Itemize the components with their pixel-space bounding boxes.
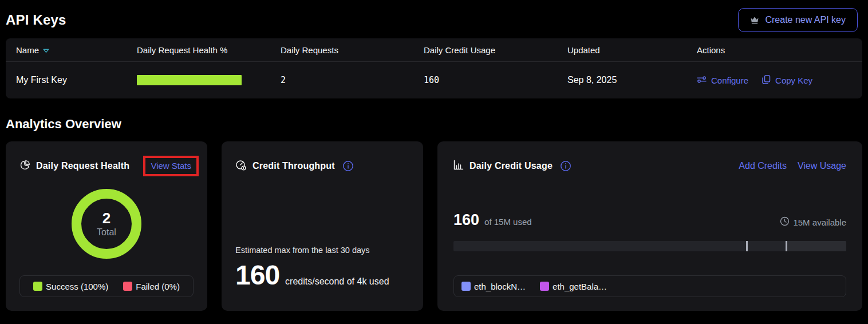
usage-legend: eth_blockN… eth_getBala… — [453, 275, 846, 297]
daily-credit-usage-card: Daily Credit Usage Add Credits View Usag… — [437, 141, 862, 311]
bar-chart-icon — [453, 160, 464, 172]
sliders-icon — [697, 76, 707, 85]
credits-used-value: 160 — [453, 212, 479, 228]
create-api-key-label: Create new API key — [765, 15, 846, 25]
dashboard-page: API Keys Create new API key Name Daily R… — [0, 0, 868, 311]
column-header-daily-requests: Daily Requests — [281, 45, 424, 55]
analytics-cards: Daily Request Health View Stats 2 Total … — [6, 141, 862, 311]
success-swatch-icon — [33, 282, 42, 291]
throughput-card-header: Credit Throughput — [235, 155, 409, 177]
gauge-icon — [235, 160, 247, 173]
sort-down-icon — [43, 45, 49, 55]
health-donut-chart: 2 Total — [19, 189, 194, 259]
legend-item-failed: Failed (0%) — [123, 282, 180, 291]
actions-cell: Configure Copy Key — [697, 75, 862, 86]
view-usage-link[interactable]: View Usage — [798, 161, 846, 171]
eth-blocknumber-swatch-icon — [461, 282, 471, 291]
crown-icon — [750, 16, 759, 24]
daily-request-health-card: Daily Request Health View Stats 2 Total … — [6, 141, 207, 311]
create-api-key-button[interactable]: Create new API key — [738, 8, 858, 32]
throughput-stats: Estimated max from the last 30 days 160 … — [235, 246, 409, 289]
legend-item-success: Success (100%) — [33, 282, 108, 291]
eth-getbalance-swatch-icon — [540, 282, 549, 291]
credits-used-label: of 15M used — [484, 217, 532, 227]
throughput-card-title: Credit Throughput — [252, 161, 335, 171]
health-bar-cell — [137, 75, 281, 85]
usage-card-header: Daily Credit Usage Add Credits View Usag… — [453, 155, 846, 177]
pie-chart-icon — [19, 160, 30, 173]
key-name-cell: My First Key — [16, 75, 137, 85]
clock-icon — [780, 216, 790, 228]
usage-info-icon[interactable] — [560, 160, 571, 172]
health-card-title: Daily Request Health — [36, 161, 129, 171]
table-row: My First Key 2 160 Sep 8, 2025 Configure — [6, 61, 862, 98]
topbar: API Keys Create new API key — [6, 0, 862, 33]
column-header-daily-credit-usage: Daily Credit Usage — [424, 45, 567, 55]
column-header-health: Daily Request Health % — [137, 45, 281, 55]
daily-requests-cell: 2 — [281, 75, 424, 85]
usage-progress-bar — [453, 241, 846, 251]
view-stats-link[interactable]: View Stats — [151, 161, 191, 171]
usage-card-title: Daily Credit Usage — [469, 161, 553, 171]
legend-item-eth-blocknumber: eth_blockN… — [461, 282, 526, 291]
donut-total-label: Total — [97, 227, 116, 238]
column-header-actions: Actions — [697, 45, 862, 55]
donut-ring: 2 Total — [72, 189, 141, 259]
health-bar — [137, 75, 242, 85]
throughput-unit: credits/second of 4k used — [285, 276, 389, 287]
configure-link[interactable]: Configure — [697, 76, 748, 85]
updated-cell: Sep 8, 2025 — [567, 75, 697, 85]
page-title: API Keys — [6, 12, 66, 28]
bar-tick-marker — [786, 241, 787, 251]
usage-stats-row: 160 of 15M used 15M available — [453, 212, 846, 228]
credits-available-label: 15M available — [793, 218, 846, 227]
table-header: Name Daily Request Health % Daily Reques… — [6, 38, 862, 61]
credit-throughput-card: Credit Throughput Estimated max from the… — [222, 141, 423, 311]
legend-item-eth-getbalance: eth_getBala… — [540, 282, 607, 291]
copy-icon — [762, 75, 771, 86]
throughput-subtitle: Estimated max from the last 30 days — [235, 246, 409, 255]
copy-key-link[interactable]: Copy Key — [762, 75, 812, 86]
add-credits-link[interactable]: Add Credits — [739, 161, 787, 171]
copy-key-label: Copy Key — [775, 76, 812, 85]
health-card-header: Daily Request Health View Stats — [19, 155, 194, 177]
donut-total-value: 2 — [102, 210, 111, 227]
daily-credit-usage-cell: 160 — [424, 75, 567, 85]
annotation-highlight-box: View Stats — [143, 156, 199, 176]
column-header-name[interactable]: Name — [16, 45, 137, 55]
configure-label: Configure — [711, 76, 748, 85]
api-keys-table: Name Daily Request Health % Daily Reques… — [6, 38, 862, 98]
health-legend: Success (100%) Failed (0%) — [19, 275, 194, 297]
throughput-info-icon[interactable] — [342, 160, 354, 172]
throughput-value: 160 — [235, 262, 279, 289]
failed-swatch-icon — [123, 282, 132, 291]
analytics-overview-title: Analytics Overview — [6, 117, 862, 132]
column-header-updated: Updated — [567, 45, 697, 55]
bar-segment-light — [787, 241, 846, 251]
bar-tick-marker — [746, 241, 748, 251]
